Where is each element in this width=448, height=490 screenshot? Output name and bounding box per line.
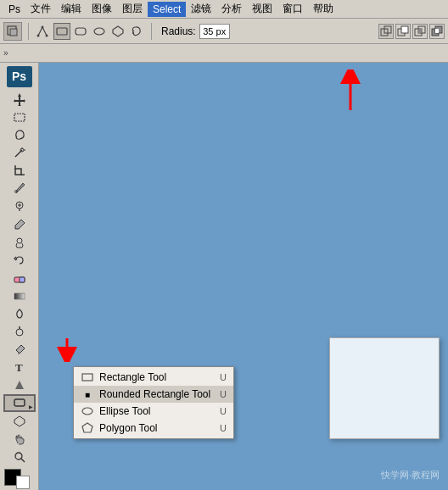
shape-tool-button[interactable]: ▶ <box>3 394 36 413</box>
svg-rect-37 <box>14 399 25 406</box>
hand-tool-button[interactable] <box>3 430 36 448</box>
options-bar: Radius: <box>0 19 448 44</box>
menu-bar: Ps 文件 编辑 图像 图层 Select 滤镜 分析 视图 窗口 帮助 <box>0 0 448 19</box>
menu-help[interactable]: 帮助 <box>308 0 339 18</box>
svg-marker-8 <box>113 26 123 36</box>
svg-point-38 <box>15 453 22 459</box>
ps-logo: Ps <box>7 66 32 87</box>
zoom-tool-button[interactable] <box>3 448 36 465</box>
tool-preset-picker[interactable] <box>3 22 22 41</box>
dodge-tool-button[interactable] <box>3 322 36 340</box>
shape-mode-button[interactable] <box>53 23 70 40</box>
rectangle-tool-label: Rectangle Tool <box>99 371 215 383</box>
collapse-icon[interactable]: » <box>3 48 8 58</box>
ellipse-tool-key: U <box>220 406 227 416</box>
crop-tool-button[interactable] <box>3 162 36 180</box>
3d-tool-button[interactable] <box>3 412 36 430</box>
separator-1 <box>28 23 29 40</box>
custom-shape-button[interactable] <box>109 23 126 40</box>
svg-marker-44 <box>82 423 92 432</box>
svg-rect-13 <box>401 26 408 33</box>
svg-point-30 <box>17 238 22 243</box>
menu-file[interactable]: 文件 <box>25 0 56 18</box>
subtract-from-selection-button[interactable] <box>395 24 411 39</box>
brush-tool-button[interactable] <box>3 215 36 233</box>
rounded-rectangle-tool-key: U <box>220 389 227 399</box>
svg-point-4 <box>46 34 48 36</box>
intersect-selection-button[interactable] <box>412 24 428 39</box>
magic-wand-button[interactable] <box>3 144 36 162</box>
ellipse-tool-item[interactable]: Ellipse Tool U <box>74 403 233 420</box>
svg-point-3 <box>37 34 40 36</box>
pen-tool-button[interactable] <box>3 340 36 358</box>
separator-2 <box>151 23 152 40</box>
shape-tool-options <box>35 23 145 40</box>
shape-context-menu: Rectangle Tool U ■ Rounded Rectangle Too… <box>73 366 234 439</box>
radius-input[interactable] <box>199 24 230 39</box>
color-swatches[interactable] <box>4 469 35 490</box>
add-to-selection-button[interactable] <box>378 24 394 39</box>
svg-rect-6 <box>76 28 86 35</box>
polygon-tool-key: U <box>220 423 227 433</box>
history-brush-button[interactable] <box>3 251 36 269</box>
rounded-rectangle-tool-label: Rounded Rectangle Tool <box>99 388 215 400</box>
svg-text:T: T <box>15 361 23 374</box>
app-window: Ps 文件 编辑 图像 图层 Select 滤镜 分析 视图 窗口 帮助 <box>0 0 448 490</box>
menu-filter[interactable]: 滤镜 <box>186 0 216 18</box>
path-selection-button[interactable] <box>3 376 36 394</box>
menu-ps[interactable]: Ps <box>3 2 25 17</box>
menu-window[interactable]: 窗口 <box>277 0 308 18</box>
polygon-tool-item[interactable]: Polygon Tool U <box>74 420 233 437</box>
menu-analysis[interactable]: 分析 <box>216 0 247 18</box>
lasso-tool-button[interactable] <box>128 23 145 40</box>
menu-image[interactable]: 图像 <box>87 0 117 18</box>
rectangle-icon <box>81 371 94 383</box>
svg-rect-5 <box>57 28 67 35</box>
polygon-icon <box>81 422 94 434</box>
menu-layer[interactable]: 图层 <box>117 0 148 18</box>
move-tool-button[interactable] <box>3 91 36 109</box>
menu-select[interactable]: Select <box>148 2 186 17</box>
svg-point-43 <box>82 408 92 415</box>
svg-rect-42 <box>82 374 92 381</box>
document-canvas <box>329 337 440 439</box>
svg-rect-16 <box>418 29 422 33</box>
svg-point-2 <box>42 25 44 28</box>
healing-brush-button[interactable] <box>3 198 36 215</box>
ellipse-icon <box>81 405 94 417</box>
exclude-selection-button[interactable] <box>429 24 445 39</box>
toolbox-arrow-indicator <box>54 337 80 365</box>
ellipse-mode-button[interactable] <box>91 23 108 40</box>
radius-arrow-indicator <box>338 70 363 112</box>
ellipse-tool-label: Ellipse Tool <box>99 405 215 417</box>
radius-label: Radius: <box>161 25 196 37</box>
palette-collapse-bar: » <box>0 44 448 63</box>
svg-rect-19 <box>435 29 439 33</box>
text-tool-button[interactable]: T <box>3 359 36 376</box>
menu-view[interactable]: 视图 <box>247 0 277 18</box>
rounded-rect-mode-button[interactable] <box>72 23 89 40</box>
eraser-tool-button[interactable] <box>3 269 36 287</box>
svg-rect-1 <box>10 29 17 36</box>
svg-line-39 <box>21 459 25 462</box>
main-section: Ps <box>0 63 448 490</box>
svg-rect-20 <box>14 114 25 121</box>
polygon-tool-label: Polygon Tool <box>99 422 215 434</box>
lasso-selection-button[interactable] <box>3 126 36 144</box>
rectangle-tool-item[interactable]: Rectangle Tool U <box>74 369 233 386</box>
watermark: 快学网·教程网 <box>381 469 440 482</box>
bullet-icon: ■ <box>81 388 94 400</box>
svg-rect-32 <box>20 277 25 282</box>
eyedropper-button[interactable] <box>3 180 36 198</box>
path-mode-button[interactable] <box>35 23 52 40</box>
svg-point-7 <box>94 28 104 35</box>
blur-tool-button[interactable] <box>3 304 36 322</box>
svg-point-34 <box>16 329 23 336</box>
menu-edit[interactable]: 编辑 <box>56 0 87 18</box>
svg-rect-33 <box>14 293 25 299</box>
rounded-rectangle-tool-item[interactable]: ■ Rounded Rectangle Tool U <box>74 386 233 403</box>
clone-stamp-button[interactable] <box>3 233 36 251</box>
marquee-tool-button[interactable] <box>3 109 36 126</box>
gradient-tool-button[interactable] <box>3 287 36 304</box>
toolbox: Ps <box>0 63 39 490</box>
